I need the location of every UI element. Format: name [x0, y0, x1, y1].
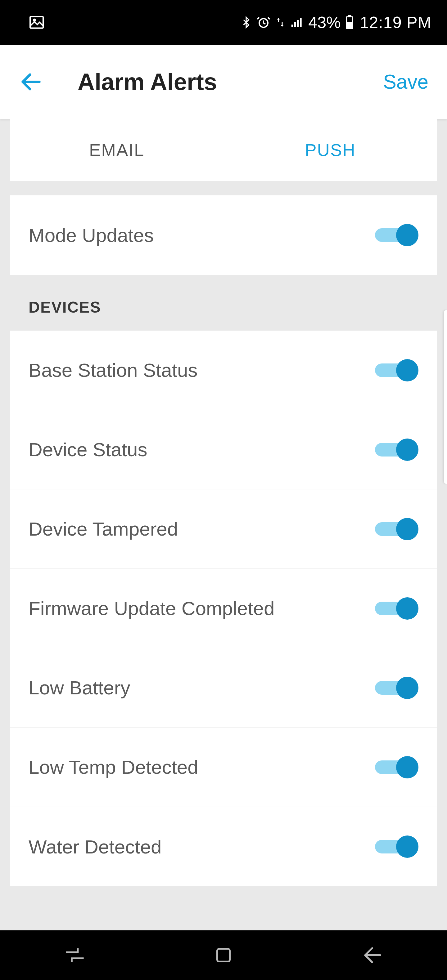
alarm-icon	[256, 15, 271, 30]
picture-icon	[28, 14, 45, 31]
svg-rect-8	[348, 16, 351, 17]
row-firmware-update-completed[interactable]: Firmware Update Completed	[10, 569, 437, 648]
toggle-thumb	[396, 518, 418, 540]
panel-general: Mode Updates	[10, 196, 437, 275]
svg-rect-6	[300, 18, 302, 27]
toggle-thumb	[396, 224, 418, 246]
toggle-firmware-update-completed[interactable]	[375, 597, 418, 620]
row-low-temp-detected[interactable]: Low Temp Detected	[10, 727, 437, 807]
save-button[interactable]: Save	[383, 70, 428, 93]
row-label: Mode Updates	[29, 224, 154, 246]
settings-list: Mode Updates DEVICES Base Station Status…	[0, 181, 447, 931]
bluetooth-icon	[240, 14, 252, 30]
row-water-detected[interactable]: Water Detected	[10, 807, 437, 886]
battery-icon	[344, 15, 355, 30]
status-time: 12:19 PM	[360, 13, 431, 32]
row-label: Base Station Status	[29, 359, 198, 381]
section-header-devices: DEVICES	[10, 275, 437, 331]
row-low-battery[interactable]: Low Battery	[10, 648, 437, 727]
toggle-thumb	[396, 359, 418, 382]
app-header: Alarm Alerts Save	[0, 45, 447, 119]
row-base-station-status[interactable]: Base Station Status	[10, 331, 437, 410]
toggle-mode-updates[interactable]	[375, 224, 418, 246]
recents-button[interactable]	[63, 943, 87, 967]
svg-rect-5	[297, 20, 299, 27]
battery-percent: 43%	[308, 13, 340, 32]
toggle-water-detected[interactable]	[375, 835, 418, 858]
toggle-low-temp-detected[interactable]	[375, 756, 418, 778]
back-system-button[interactable]	[360, 943, 384, 967]
row-label: Device Status	[29, 439, 147, 461]
status-bar: 43% 12:19 PM	[0, 0, 447, 45]
system-navbar	[0, 931, 447, 980]
row-label: Water Detected	[29, 836, 161, 858]
toggle-thumb	[396, 439, 418, 461]
row-device-tampered[interactable]: Device Tampered	[10, 489, 437, 569]
row-device-status[interactable]: Device Status	[10, 410, 437, 489]
svg-rect-9	[347, 22, 352, 28]
signal-icon	[290, 16, 305, 29]
toggle-base-station-status[interactable]	[375, 359, 418, 382]
toggle-device-tampered[interactable]	[375, 518, 418, 540]
tab-push[interactable]: PUSH	[224, 119, 437, 181]
back-button[interactable]	[19, 70, 43, 94]
svg-rect-10	[217, 949, 230, 962]
row-label: Low Battery	[29, 677, 130, 699]
status-left	[28, 14, 45, 31]
svg-rect-3	[292, 24, 293, 27]
toggle-thumb	[396, 756, 418, 778]
scroll-edge-hint	[444, 310, 447, 484]
row-label: Low Temp Detected	[29, 756, 198, 778]
tab-email[interactable]: EMAIL	[10, 119, 224, 181]
tabs: EMAIL PUSH	[10, 119, 437, 181]
toggle-low-battery[interactable]	[375, 677, 418, 699]
row-label: Device Tampered	[29, 518, 178, 540]
svg-rect-4	[294, 22, 296, 27]
svg-point-1	[34, 19, 36, 21]
toggle-thumb	[396, 677, 418, 699]
app-content: Alarm Alerts Save EMAIL PUSH Mode Update…	[0, 45, 447, 931]
toggle-thumb	[396, 835, 418, 858]
toggle-thumb	[396, 597, 418, 620]
row-label: Firmware Update Completed	[29, 597, 275, 619]
page-title: Alarm Alerts	[78, 68, 383, 95]
svg-rect-0	[30, 16, 43, 28]
data-icon	[275, 16, 286, 29]
row-mode-updates[interactable]: Mode Updates	[10, 196, 437, 275]
panel-devices: Base Station Status Device Status Device…	[10, 331, 437, 886]
toggle-device-status[interactable]	[375, 439, 418, 461]
status-right: 43% 12:19 PM	[240, 13, 431, 32]
home-button[interactable]	[212, 944, 235, 966]
